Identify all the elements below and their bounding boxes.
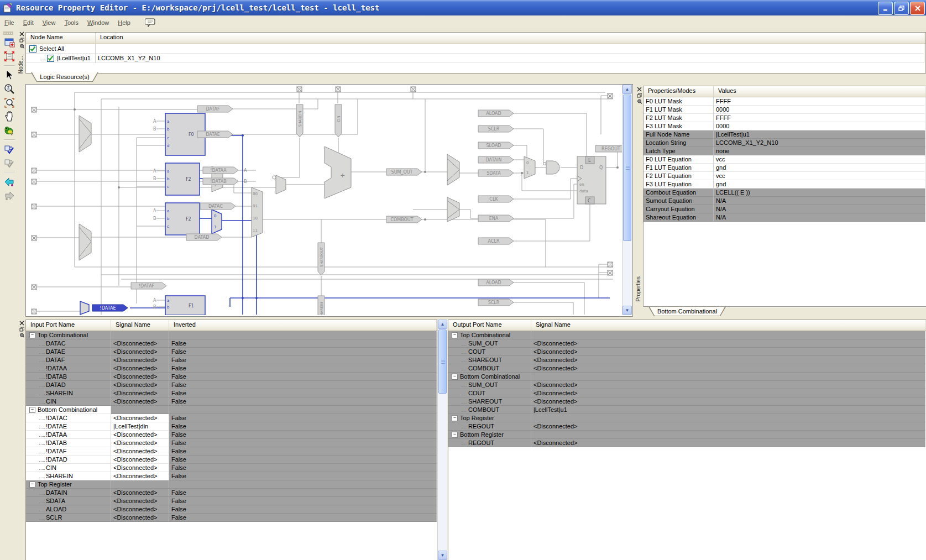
menu-tools[interactable]: Tools	[60, 18, 83, 28]
port-row[interactable]: SHAREOUT<Disconnected>	[448, 356, 926, 364]
port-row[interactable]: SUM_OUT<Disconnected>	[448, 381, 926, 389]
disconnect-signal-icon[interactable]	[2, 156, 17, 170]
property-row[interactable]: Full Node Name|LcellTest|u1	[644, 130, 926, 139]
port-row[interactable]: DATAE<Disconnected>False	[26, 348, 438, 356]
float-panel-icon[interactable]	[636, 92, 642, 98]
port-row[interactable]: COUT<Disconnected>	[448, 348, 926, 356]
port-group-row[interactable]: −Bottom Combinational	[26, 406, 438, 414]
scroll-down-icon[interactable]: ▼	[438, 551, 447, 560]
property-row[interactable]: Carryout EquationN/A	[644, 205, 926, 213]
port-row[interactable]: !DATAD<Disconnected>False	[26, 456, 438, 464]
collapse-icon[interactable]: −	[452, 332, 458, 338]
fit-view-icon[interactable]	[2, 50, 17, 63]
port-row[interactable]: REGOUT<Disconnected>	[448, 439, 926, 447]
detach-window-icon[interactable]	[2, 36, 17, 49]
tab-bottom-combinational[interactable]: Bottom Combinational	[648, 307, 726, 316]
property-row[interactable]: Latch Typenone	[644, 147, 926, 155]
property-row[interactable]: F3 LUT Mask0000	[644, 122, 926, 130]
property-row[interactable]: F1 LUT Equationgnd	[644, 164, 926, 172]
menu-help[interactable]: Help	[113, 18, 135, 28]
property-row[interactable]: F2 LUT MaskFFFF	[644, 114, 926, 122]
collapse-icon[interactable]: −	[452, 374, 458, 380]
column-header[interactable]: Input Port Name	[26, 320, 111, 331]
port-group-row[interactable]: −Top Combinational	[448, 331, 926, 339]
property-row[interactable]: Sumout EquationN/A	[644, 197, 926, 205]
zoom-tool-icon[interactable]	[2, 82, 17, 96]
property-row[interactable]: F0 LUT MaskFFFF	[644, 97, 926, 106]
menu-file[interactable]: File	[0, 18, 19, 28]
node-table-row[interactable]: |LcellTest|u1LCCOMB_X1_Y2_N10	[26, 54, 925, 63]
property-row[interactable]: F3 LUT Equationgnd	[644, 180, 926, 189]
pan-tool-icon[interactable]	[2, 110, 17, 123]
collapse-icon[interactable]: −	[29, 332, 35, 338]
float-panel-icon[interactable]	[19, 326, 24, 332]
port-row[interactable]: !DATAA<Disconnected>False	[26, 431, 438, 439]
pin-panel-icon[interactable]	[19, 332, 24, 338]
port-row[interactable]: COMBOUT|LcellTest|u1	[448, 406, 926, 414]
property-row[interactable]: F2 LUT Equationvcc	[644, 172, 926, 180]
pin-panel-icon[interactable]	[19, 43, 24, 49]
port-group-row[interactable]: −Top Combinational	[26, 331, 438, 339]
column-header[interactable]: Inverted	[169, 320, 437, 331]
minimize-button[interactable]	[878, 2, 893, 15]
column-header[interactable]: Signal Name	[111, 320, 169, 331]
scroll-up-icon[interactable]: ▲	[438, 320, 447, 329]
port-row[interactable]: DATAIN<Disconnected>False	[26, 489, 438, 497]
port-row[interactable]: SHAREIN<Disconnected>False	[26, 472, 438, 480]
back-icon[interactable]	[2, 175, 17, 189]
port-row[interactable]: SCLR<Disconnected>False	[26, 514, 438, 522]
collapse-icon[interactable]: −	[452, 432, 458, 438]
port-group-row[interactable]: −Top Register	[26, 480, 438, 489]
checkbox-checked[interactable]	[29, 45, 36, 53]
property-row[interactable]: F0 LUT Equationvcc	[644, 155, 926, 164]
column-header[interactable]: Properties/Modes	[644, 86, 714, 97]
port-row[interactable]: CIN<Disconnected>False	[26, 397, 438, 406]
scroll-thumb[interactable]	[623, 95, 631, 241]
port-group-row[interactable]: −Top Register	[448, 414, 926, 422]
collapse-icon[interactable]: −	[452, 415, 458, 421]
port-row[interactable]: CIN<Disconnected>False	[26, 464, 438, 472]
port-row[interactable]: !DATAB<Disconnected>False	[26, 373, 438, 381]
menu-window[interactable]: Window	[83, 18, 113, 28]
node-table-row[interactable]: Select All	[26, 44, 925, 54]
port-row[interactable]: COUT<Disconnected>	[448, 389, 926, 397]
port-row[interactable]: DATAD<Disconnected>False	[26, 381, 438, 389]
port-row[interactable]: DATAC<Disconnected>False	[26, 339, 438, 348]
port-row[interactable]: COMBOUT<Disconnected>	[448, 364, 926, 373]
menu-view[interactable]: View	[38, 18, 60, 28]
port-row[interactable]: !DATAB<Disconnected>False	[26, 439, 438, 447]
port-row[interactable]: !DATAE|LcellTest|dinFalse	[26, 422, 438, 431]
port-row[interactable]: !DATAF<Disconnected>False	[26, 447, 438, 456]
menu-edit[interactable]: Edit	[19, 18, 38, 28]
port-group-row[interactable]: −Bottom Combinational	[448, 373, 926, 381]
toolbar-grip[interactable]	[3, 32, 13, 35]
port-row[interactable]: REGOUT<Disconnected>	[448, 422, 926, 431]
port-row[interactable]: SHAREIN<Disconnected>False	[26, 389, 438, 397]
zoom-area-tool-icon[interactable]	[2, 96, 17, 109]
column-header[interactable]: Location	[96, 33, 924, 44]
close-panel-icon[interactable]	[19, 31, 24, 36]
close-button[interactable]	[910, 2, 925, 15]
property-row[interactable]: Location StringLCCOMB_X1_Y2_N10	[644, 139, 926, 147]
port-row[interactable]: SDATA<Disconnected>False	[26, 497, 438, 505]
tab-logic-resources[interactable]: Logic Resource(s)	[31, 72, 98, 82]
schematic-canvas[interactable]: 0100011011+0101DQendataLCF0abcdABF2abcAB…	[26, 85, 622, 315]
speech-bubble-icon[interactable]	[145, 18, 156, 27]
port-row[interactable]: !DATAA<Disconnected>False	[26, 364, 438, 373]
scroll-up-icon[interactable]: ▲	[622, 85, 632, 94]
connect-signal-icon[interactable]	[2, 143, 17, 156]
property-row[interactable]: Shareout EquationN/A	[644, 213, 926, 222]
scroll-down-icon[interactable]: ▼	[622, 306, 632, 315]
collapse-icon[interactable]: −	[29, 407, 35, 413]
close-panel-icon[interactable]	[636, 86, 642, 92]
port-row[interactable]: ALOAD<Disconnected>False	[26, 505, 438, 514]
property-row[interactable]: Combout EquationLCELL(( E ))	[644, 189, 926, 197]
close-panel-icon[interactable]	[19, 320, 24, 326]
port-group-row[interactable]: −Bottom Register	[448, 431, 926, 439]
collapse-icon[interactable]: −	[29, 482, 35, 488]
property-row[interactable]: F1 LUT Mask0000	[644, 106, 926, 114]
column-header[interactable]: Values	[714, 86, 925, 97]
float-panel-icon[interactable]	[19, 37, 24, 43]
column-header[interactable]: Output Port Name	[448, 320, 531, 331]
connectivity-vscrollbar[interactable]: ▲ ▼	[437, 320, 447, 560]
